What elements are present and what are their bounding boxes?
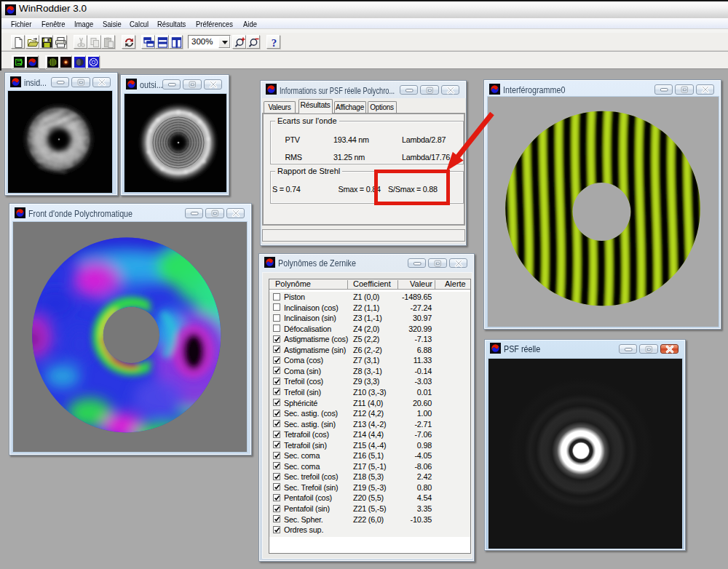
svg-text:?: ?	[272, 36, 277, 48]
